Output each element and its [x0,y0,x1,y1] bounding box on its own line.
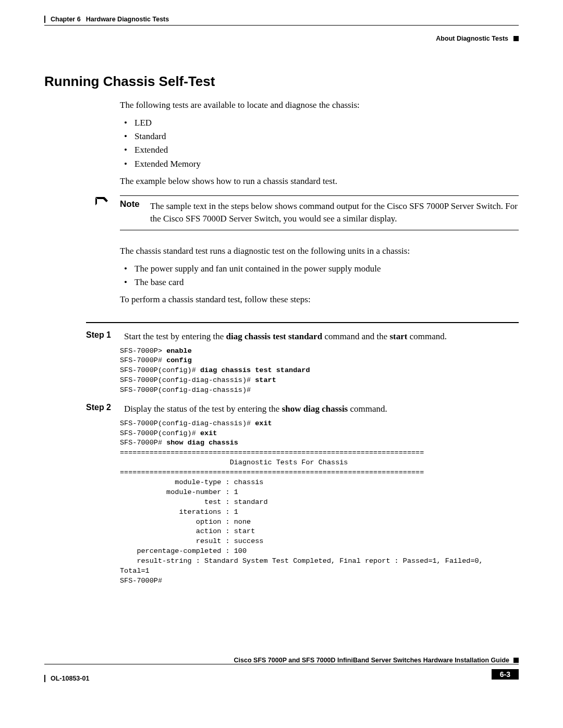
section-header: About Diagnostic Tests [44,35,519,42]
doc-number: OL-10853-01 [51,675,89,682]
header-square-icon [513,36,519,41]
list-item: Standard [120,130,519,143]
pencil-icon [94,195,108,207]
steps-rule [86,322,519,323]
page: Chapter 6 Hardware Diagnostic Tests Abou… [0,0,563,697]
note-top-rule [120,195,519,196]
header-tick-icon [44,16,45,23]
footer: Cisco SFS 7000P and SFS 7000D InfiniBand… [44,657,519,682]
note-block: Note The sample text in the steps below … [44,195,519,233]
units-list: The power supply and fan unit contained … [120,262,519,290]
section-label: About Diagnostic Tests [436,35,508,42]
code-block-1: SFS-7000P> enable SFS-7000P# config SFS-… [120,347,519,396]
footer-square-icon [513,658,519,663]
running-header: Chapter 6 Hardware Diagnostic Tests [44,16,519,23]
step-2: Step 2 Display the status of the test by… [44,403,519,416]
tests-list: LED Standard Extended Extended Memory [120,116,519,171]
list-item: The power supply and fan unit contained … [120,262,519,276]
chapter-label: Chapter 6 [51,16,81,23]
step-label: Step 1 [86,330,115,343]
list-item: LED [120,116,519,130]
intro-para: The following tests are available to loc… [120,99,519,112]
guide-title: Cisco SFS 7000P and SFS 7000D InfiniBand… [234,657,509,664]
page-title: Running Chassis Self-Test [44,73,519,90]
step-1: Step 1 Start the test by entering the di… [44,330,519,343]
step-text: Display the status of the test by enteri… [124,403,519,416]
list-item: Extended [120,143,519,157]
footer-rule [44,664,519,664]
list-item: Extended Memory [120,157,519,171]
step-label: Step 2 [86,403,115,416]
note-label: Note [120,199,143,226]
note-text: The sample text in the steps below shows… [150,199,519,226]
footer-left: OL-10853-01 [44,675,89,682]
chapter-title: Hardware Diagnostic Tests [86,16,169,23]
page-number-badge: 6-3 [492,669,519,680]
diag-para: The chassis standard test runs a diagnos… [120,245,519,258]
note-bottom-rule [120,230,519,230]
step-text: Start the test by entering the diag chas… [124,330,519,343]
chapter-header: Chapter 6 Hardware Diagnostic Tests [44,16,169,23]
example-para: The example below shows how to run a cha… [120,175,519,188]
footer-tick-icon [44,675,45,682]
code-block-2: SFS-7000P(config-diag-chassis)# exit SFS… [120,419,519,586]
footer-right: 6-3 [492,669,519,680]
note-icon-col [94,195,113,207]
guide-line: Cisco SFS 7000P and SFS 7000D InfiniBand… [44,657,519,664]
perform-para: To perform a chassis standard test, foll… [120,293,519,306]
footer-row: OL-10853-01 6-3 [44,667,519,682]
body-2: The chassis standard test runs a diagnos… [120,245,519,306]
header-rule [44,25,519,26]
list-item: The base card [120,276,519,289]
body: The following tests are available to loc… [120,99,519,188]
